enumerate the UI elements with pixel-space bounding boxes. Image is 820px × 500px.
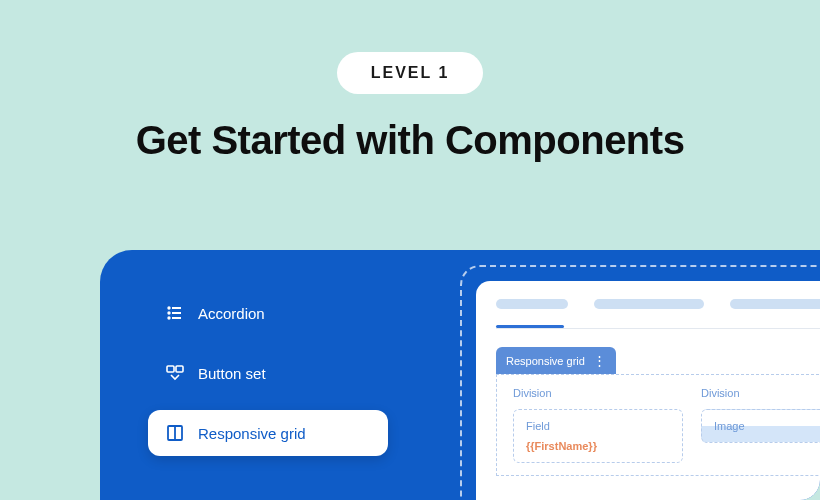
- sidebar-item-accordion[interactable]: Accordion: [148, 290, 388, 336]
- image-label: Image: [714, 420, 820, 432]
- level-badge: LEVEL 1: [337, 52, 484, 94]
- svg-point-4: [168, 317, 170, 319]
- tab-divider: [496, 328, 820, 329]
- division[interactable]: Division Image: [701, 387, 820, 463]
- sidebar-item-label: Button set: [198, 365, 266, 382]
- preview-canvas: Responsive grid ⋮ Division Field {{First…: [476, 281, 820, 500]
- grid-component-tag[interactable]: Responsive grid ⋮: [496, 347, 616, 374]
- svg-rect-7: [176, 366, 183, 372]
- component-sidebar: Accordion Button set Responsive grid: [148, 290, 388, 456]
- grid-icon: [166, 424, 184, 442]
- division-label: Division: [701, 387, 820, 399]
- svg-point-2: [168, 312, 170, 314]
- page-title: Get Started with Components: [0, 118, 820, 163]
- grid-tag-label: Responsive grid: [506, 355, 585, 367]
- field-box[interactable]: Field {{FirstName}}: [513, 409, 683, 463]
- division-label: Division: [513, 387, 683, 399]
- tab-placeholder[interactable]: [594, 299, 704, 309]
- image-box[interactable]: Image: [701, 409, 820, 443]
- tab-row: [496, 299, 820, 309]
- field-value: {{FirstName}}: [526, 440, 670, 452]
- sidebar-item-responsive-grid[interactable]: Responsive grid: [148, 410, 388, 456]
- svg-point-0: [168, 307, 170, 309]
- svg-rect-6: [167, 366, 174, 372]
- list-icon: [166, 304, 184, 322]
- preview-window: Responsive grid ⋮ Division Field {{First…: [460, 265, 820, 500]
- grid-divisions: Division Field {{FirstName}} Division Im…: [496, 374, 820, 476]
- components-panel: Accordion Button set Responsive grid: [100, 250, 820, 500]
- tab-placeholder[interactable]: [730, 299, 820, 309]
- more-icon[interactable]: ⋮: [593, 354, 606, 367]
- sidebar-item-label: Accordion: [198, 305, 265, 322]
- button-set-icon: [166, 364, 184, 382]
- sidebar-item-button-set[interactable]: Button set: [148, 350, 388, 396]
- field-label: Field: [526, 420, 670, 432]
- division[interactable]: Division Field {{FirstName}}: [513, 387, 683, 463]
- sidebar-item-label: Responsive grid: [198, 425, 306, 442]
- tab-placeholder[interactable]: [496, 299, 568, 309]
